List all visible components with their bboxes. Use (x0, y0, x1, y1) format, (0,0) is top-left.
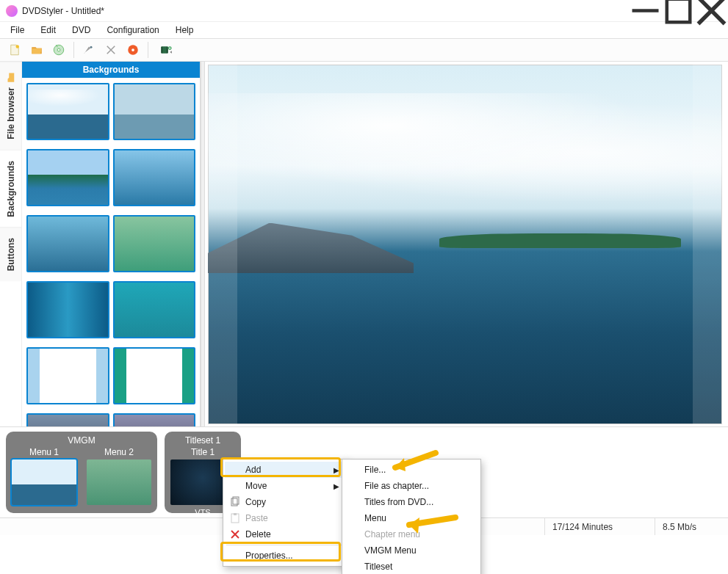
paste-icon (229, 512, 241, 524)
side-tabs: File browser Backgrounds Buttons (0, 62, 22, 426)
minimize-button[interactable] (629, 0, 662, 22)
menu1-label: Menu 1 (29, 446, 59, 458)
folder-icon (6, 73, 16, 83)
menu-preview[interactable] (208, 65, 722, 424)
ctx-paste: Paste (225, 510, 345, 526)
ctx-add[interactable]: Add ▶ (225, 462, 345, 478)
open-button[interactable] (28, 41, 46, 59)
tab-backgrounds[interactable]: Backgrounds (0, 150, 21, 228)
ctx-delete[interactable]: Delete (225, 526, 345, 542)
settings-button[interactable] (102, 41, 120, 59)
burn-button[interactable] (124, 41, 142, 59)
menu-dvd[interactable]: DVD (69, 23, 93, 37)
ctx-add-titleset[interactable]: Titleset (344, 559, 479, 574)
ctx-add-menu-label: Menu (364, 513, 386, 523)
vmgm-group: VMGM Menu 1 Menu 2 (6, 432, 157, 513)
menu2-thumb[interactable] (85, 458, 153, 506)
menubar: File Edit DVD Configuration Help (0, 22, 728, 38)
svg-point-7 (90, 46, 93, 48)
status-duration: 17/124 Minutes (544, 518, 655, 535)
tab-backgrounds-label: Backgrounds (6, 161, 16, 217)
options-button[interactable] (80, 41, 98, 59)
titlebar: DVDStyler - Untitled* (0, 0, 728, 22)
ctx-delete-label: Delete (245, 529, 271, 540)
menu-configuration[interactable]: Configuration (104, 23, 162, 37)
background-thumb[interactable] (26, 347, 109, 404)
ctx-add-file-chapter-label: File as chapter... (364, 481, 429, 491)
app-icon (6, 5, 18, 17)
context-menu-main: Add ▶ Move ▶ Copy Paste Delete Propertie… (223, 459, 347, 567)
toolbar-separator (73, 42, 74, 58)
ctx-copy[interactable]: Copy (225, 494, 345, 510)
add-clip-button[interactable] (154, 41, 179, 59)
tab-file-browser-label: File browser (6, 87, 16, 139)
title1-label: Title 1 (191, 446, 215, 458)
status-bitrate: 8.5 Mb/s (655, 518, 728, 535)
background-thumb[interactable] (26, 149, 109, 206)
svg-rect-1 (667, 0, 691, 22)
preview-area (205, 62, 728, 426)
new-button[interactable] (6, 41, 24, 59)
main-area: File browser Backgrounds Buttons Backgro… (0, 62, 728, 426)
tab-buttons[interactable]: Buttons (0, 227, 21, 281)
background-thumb[interactable] (113, 413, 196, 426)
delete-icon (229, 528, 241, 540)
chevron-right-icon: ▶ (334, 482, 339, 490)
backgrounds-panel: Backgrounds (22, 62, 201, 426)
tab-buttons-label: Buttons (6, 238, 16, 271)
chevron-right-icon: ▶ (334, 466, 339, 474)
background-thumb[interactable] (26, 413, 109, 426)
ctx-move-label: Move (245, 481, 267, 491)
svg-rect-12 (167, 47, 167, 53)
background-thumb[interactable] (113, 83, 196, 140)
annotation-arrow-file (388, 449, 439, 475)
svg-point-9 (131, 48, 134, 51)
vmgm-label: VMGM (9, 435, 154, 446)
ctx-add-titles-dvd[interactable]: Titles from DVD... (344, 494, 479, 510)
ctx-add-titleset-label: Titleset (364, 562, 392, 572)
backgrounds-header: Backgrounds (22, 62, 200, 78)
svg-rect-11 (162, 47, 162, 53)
ctx-copy-label: Copy (245, 497, 266, 507)
background-thumb[interactable] (26, 281, 109, 338)
title1-foot: VTS (195, 508, 210, 517)
titleset-label: Titleset 1 (167, 435, 238, 446)
maximize-button[interactable] (662, 0, 695, 22)
background-thumb[interactable] (113, 347, 196, 404)
ctx-add-file-chapter[interactable]: File as chapter... (344, 478, 479, 494)
save-dvd-button[interactable] (50, 41, 68, 59)
copy-icon (229, 496, 241, 508)
toolbar (0, 38, 728, 62)
backgrounds-grid (22, 78, 200, 426)
svg-rect-17 (234, 513, 237, 515)
tab-file-browser[interactable]: File browser (0, 62, 21, 150)
menu-edit[interactable]: Edit (37, 23, 59, 37)
menu1-slot[interactable]: Menu 1 (9, 446, 79, 506)
ctx-add-vmgm-menu[interactable]: VMGM Menu (344, 542, 479, 559)
background-thumb[interactable] (113, 149, 196, 206)
ctx-add-titles-dvd-label: Titles from DVD... (364, 497, 433, 507)
ctx-add-vmgm-menu-label: VMGM Menu (364, 545, 417, 556)
ctx-move[interactable]: Move ▶ (225, 478, 345, 494)
ctx-properties[interactable]: Properties... (225, 548, 345, 564)
window-title: DVDStyler - Untitled* (22, 6, 629, 16)
annotation-arrow-menu (400, 514, 459, 536)
ctx-add-file-label: File... (364, 465, 386, 475)
svg-point-4 (16, 45, 20, 48)
background-thumb[interactable] (26, 215, 109, 272)
ctx-separator (226, 545, 344, 545)
svg-point-6 (57, 48, 60, 51)
toolbar-separator (148, 42, 148, 58)
ctx-properties-label: Properties... (245, 551, 293, 561)
background-thumb[interactable] (26, 83, 109, 140)
ctx-add-label: Add (245, 465, 261, 475)
menu2-slot[interactable]: Menu 2 (84, 446, 154, 506)
ctx-paste-label: Paste (245, 513, 268, 523)
menu-file[interactable]: File (7, 23, 27, 37)
menu1-thumb[interactable] (10, 458, 78, 506)
background-thumb[interactable] (113, 215, 196, 272)
menu2-label: Menu 2 (104, 446, 134, 458)
menu-help[interactable]: Help (173, 23, 197, 37)
close-button[interactable] (695, 0, 728, 22)
background-thumb[interactable] (113, 281, 196, 338)
